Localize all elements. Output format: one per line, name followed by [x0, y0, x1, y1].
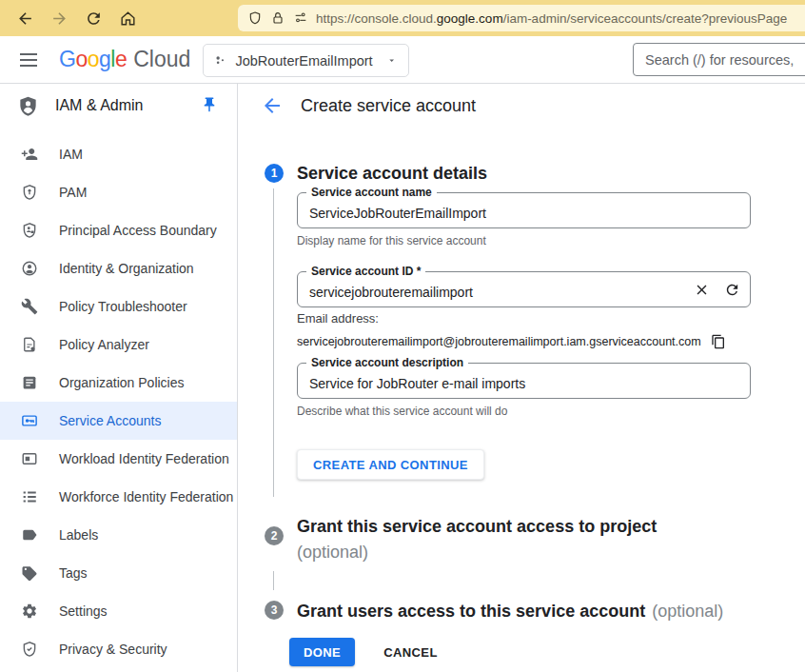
cancel-button[interactable]: CANCEL — [383, 645, 438, 660]
sidebar-item-label: Organization Policies — [59, 375, 185, 390]
regenerate-icon[interactable] — [724, 282, 740, 298]
project-icon — [215, 52, 226, 69]
shield-icon — [247, 10, 263, 26]
sidebar-item-label: Policy Analyzer — [59, 337, 149, 352]
tag-icon — [21, 564, 38, 582]
url-text: https://console.cloud.google.com/iam-adm… — [316, 11, 787, 26]
main-content: Create service account 1 Service account… — [238, 84, 805, 672]
google-cloud-logo: Google Cloud — [59, 47, 190, 72]
email-address-value: servicejobrouteremailimport@jobrouterema… — [297, 335, 701, 348]
sidebar-item-label: Workload Identity Federation — [59, 451, 229, 466]
forward-arrow-icon — [50, 10, 69, 28]
service-account-name-field: Service account name — [297, 192, 751, 228]
pin-button[interactable] — [201, 96, 220, 115]
sidebar-item-policy-troubleshooter[interactable]: Policy Troubleshooter — [0, 287, 237, 326]
project-selector[interactable]: JobRouterEmailImport — [203, 44, 409, 77]
search-input[interactable] — [645, 52, 805, 68]
step-3-badge: 3 — [265, 601, 284, 620]
sidebar-item-label: Policy Troubleshooter — [59, 299, 187, 314]
sidebar: IAM & Admin IAM PAM Principal Access Bou… — [0, 84, 238, 672]
logo-letter: G — [59, 47, 75, 72]
browser-toolbar: https://console.cloud.google.com/iam-adm… — [0, 0, 805, 36]
shield-check-icon — [21, 641, 38, 658]
sidebar-item-workload-identity-federation[interactable]: Workload Identity Federation — [0, 440, 237, 478]
project-name: JobRouterEmailImport — [235, 53, 372, 69]
permissions-icon — [293, 10, 308, 26]
browser-forward-button[interactable] — [42, 4, 76, 32]
hamburger-menu-icon[interactable] — [17, 49, 40, 71]
back-button[interactable] — [261, 94, 284, 117]
service-account-id-field: Service account ID * — [297, 271, 751, 307]
step-2-optional-text: (optional) — [297, 540, 805, 565]
copy-icon[interactable] — [711, 334, 726, 349]
reload-icon — [85, 10, 103, 28]
list-icon — [21, 488, 38, 505]
url-prefix: https://console.cloud. — [316, 11, 437, 26]
sidebar-item-label: Settings — [59, 603, 108, 619]
step-3-grant-users-access: 3 Grant users access to this service acc… — [265, 600, 805, 623]
label-icon — [21, 526, 38, 544]
sidebar-item-label: IAM — [59, 147, 83, 162]
sidebar-item-workforce-identity-federation[interactable]: Workforce Identity Federation — [0, 478, 237, 516]
sidebar-item-label: Principal Access Boundary — [59, 223, 217, 238]
service-account-description-label: Service account description — [306, 356, 468, 369]
service-account-form: Service account name Display name for th… — [297, 192, 751, 480]
step-2-badge: 2 — [265, 526, 284, 545]
sidebar-item-principal-access-boundary[interactable]: Principal Access Boundary — [0, 211, 237, 249]
card-icon — [21, 450, 38, 467]
home-icon — [119, 10, 137, 28]
pin-icon — [201, 96, 218, 113]
done-button[interactable]: DONE — [289, 638, 355, 666]
clear-icon[interactable] — [694, 282, 710, 298]
sidebar-item-label: Tags — [59, 565, 88, 581]
sidebar-item-privacy-security[interactable]: Privacy & Security — [0, 630, 237, 668]
gear-icon — [21, 603, 38, 620]
name-helper-text: Display name for this service account — [297, 234, 751, 248]
sidebar-item-tags[interactable]: Tags — [0, 554, 237, 592]
sidebar-item-policy-analyzer[interactable]: Policy Analyzer — [0, 326, 237, 364]
step-1-badge: 1 — [265, 164, 284, 183]
step-2-grant-access-to-project: 2 Grant this service account access to p… — [265, 514, 805, 565]
browser-back-button[interactable] — [8, 4, 42, 32]
sidebar-item-identity-organization[interactable]: Identity & Organization — [0, 249, 237, 287]
logo-cloud-text: Cloud — [133, 47, 190, 72]
email-address-row: servicejobrouteremailimport@jobrouterema… — [297, 334, 751, 349]
sidebar-item-labels[interactable]: Labels — [0, 516, 237, 554]
logo-letter: g — [99, 47, 110, 72]
document-gear-icon — [21, 336, 38, 353]
create-and-continue-button[interactable]: CREATE AND CONTINUE — [297, 449, 484, 480]
back-arrow-icon — [16, 10, 34, 28]
article-icon — [21, 374, 38, 391]
step-3-title-text: Grant users access to this service accou… — [297, 602, 645, 621]
person-add-icon — [21, 146, 38, 163]
sidebar-item-settings[interactable]: Settings — [0, 592, 237, 630]
sidebar-nav: IAM PAM Principal Access Boundary Identi… — [0, 128, 237, 668]
wrench-icon — [21, 298, 38, 315]
sidebar-item-label: Service Accounts — [59, 413, 161, 428]
sidebar-title: IAM & Admin — [55, 97, 143, 114]
sidebar-item-service-accounts[interactable]: Service Accounts — [0, 402, 237, 440]
account-circle-icon — [21, 260, 38, 277]
page-title: Create service account — [301, 96, 476, 116]
shield-key-icon — [21, 184, 38, 201]
form-footer: DONE CANCEL — [265, 638, 805, 666]
sidebar-item-label: Labels — [59, 527, 98, 543]
sidebar-item-iam[interactable]: IAM — [0, 135, 237, 173]
step-1-title: Service account details — [297, 162, 805, 185]
search-box — [633, 43, 805, 76]
service-account-id-label: Service account ID * — [306, 265, 425, 278]
service-account-description-field: Service account description — [297, 363, 751, 399]
url-path: /iam-admin/serviceaccounts/create?previo… — [503, 11, 788, 26]
url-bar[interactable]: https://console.cloud.google.com/iam-adm… — [238, 5, 805, 31]
service-account-name-label: Service account name — [306, 186, 437, 199]
step-3-optional-text: (optional) — [652, 602, 723, 621]
shield-person-icon — [21, 222, 38, 239]
sidebar-item-label: PAM — [59, 185, 87, 200]
browser-reload-button[interactable] — [76, 4, 110, 32]
sidebar-item-label: Privacy & Security — [59, 642, 167, 657]
sidebar-item-pam[interactable]: PAM — [0, 173, 237, 211]
sidebar-header: IAM & Admin — [0, 84, 237, 128]
email-address-label: Email address: — [297, 311, 751, 326]
sidebar-item-organization-policies[interactable]: Organization Policies — [0, 364, 237, 402]
browser-home-button[interactable] — [110, 4, 145, 32]
